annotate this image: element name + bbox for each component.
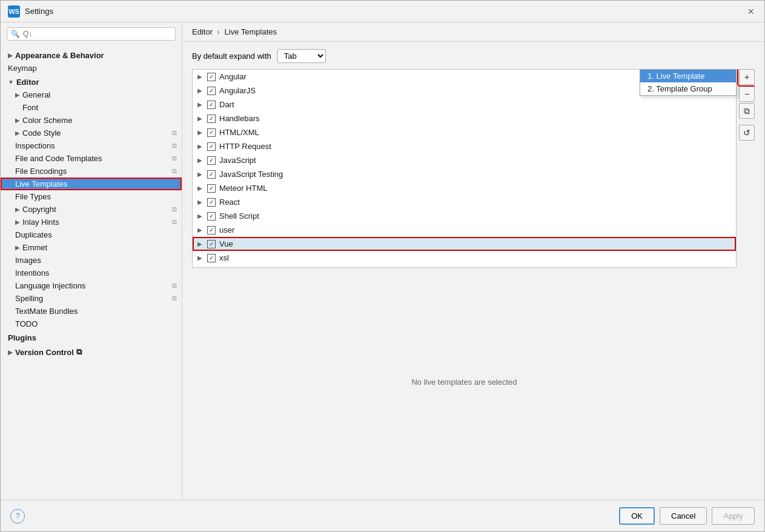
- sidebar-item-images[interactable]: Images: [1, 254, 182, 267]
- sidebar-item-plugins[interactable]: Plugins: [1, 330, 182, 344]
- sidebar-item-textmate-bundles[interactable]: TextMate Bundles: [1, 305, 182, 318]
- list-item[interactable]: ▶ ✓ React: [193, 195, 736, 209]
- chevron-right-icon: ▶: [197, 185, 202, 191]
- list-item[interactable]: ▶ ✓ Handlebars: [193, 111, 736, 125]
- settings-window: WS Settings ✕ 🔍 ▶ Appearance & Behavior …: [0, 0, 765, 532]
- list-item-vue[interactable]: ▶ ✓ Vue: [193, 237, 736, 251]
- sidebar-item-color-scheme[interactable]: ▶ Color Scheme: [1, 114, 182, 127]
- sidebar-item-intentions[interactable]: Intentions: [1, 267, 182, 279]
- list-item[interactable]: ▶ ✓ Shell Script: [193, 209, 736, 223]
- checkbox-xsl[interactable]: ✓: [207, 254, 216, 262]
- checkbox-handlebars[interactable]: ✓: [207, 115, 216, 123]
- checkbox-http-request[interactable]: ✓: [207, 142, 216, 151]
- titlebar-left: WS Settings: [8, 5, 53, 18]
- sidebar-item-file-encodings[interactable]: File Encodings ⧉: [1, 165, 182, 178]
- list-item[interactable]: ▶ ✓ Zen CSS: [193, 265, 736, 268]
- item-label: Handlebars: [219, 114, 260, 123]
- checkbox-angularjs[interactable]: ✓: [207, 87, 216, 95]
- list-item[interactable]: ▶ ✓ JavaScript: [193, 153, 736, 167]
- checkbox-react[interactable]: ✓: [207, 198, 216, 207]
- sidebar-item-label: Version Control: [15, 348, 74, 357]
- expand-with-select[interactable]: Tab Enter Space: [277, 49, 326, 63]
- sidebar-item-label: Inspections: [15, 141, 55, 150]
- search-box[interactable]: 🔍: [7, 27, 176, 41]
- list-item[interactable]: ▶ ✓ Meteor HTML: [193, 181, 736, 195]
- copy-icon: ⧉: [172, 294, 177, 302]
- footer-buttons: OK Cancel Apply: [619, 507, 755, 525]
- ok-button[interactable]: OK: [619, 507, 655, 525]
- checkbox-shell-script[interactable]: ✓: [207, 212, 216, 221]
- side-buttons: + 1. Live Template 2. Template Group − ⧉…: [739, 69, 755, 141]
- add-button[interactable]: +: [739, 69, 755, 85]
- chevron-right-icon: ▶: [197, 73, 202, 80]
- add-dropdown: 1. Live Template 2. Template Group: [640, 69, 737, 96]
- list-item[interactable]: ▶ ✓ Dart: [193, 98, 736, 111]
- sidebar-item-todo[interactable]: TODO: [1, 318, 182, 330]
- panel-area: By default expand with Tab Enter Space: [182, 42, 764, 500]
- checkbox-html-xml[interactable]: ✓: [207, 128, 216, 137]
- breadcrumb-live-templates: Live Templates: [225, 27, 277, 36]
- chevron-right-icon: ▶: [197, 199, 202, 205]
- sidebar-item-label: Inlay Hints: [22, 218, 59, 227]
- list-item[interactable]: ▶ ✓ HTML/XML: [193, 125, 736, 139]
- checkbox-vue[interactable]: ✓: [207, 240, 216, 248]
- item-label: HTML/XML: [219, 128, 259, 137]
- sidebar-item-live-templates[interactable]: Live Templates: [1, 178, 182, 190]
- sidebar-tree: ▶ Appearance & Behavior Keymap ▼ Editor …: [1, 45, 182, 500]
- sidebar-item-file-types[interactable]: File Types: [1, 190, 182, 203]
- chevron-right-icon: ▶: [15, 117, 20, 124]
- copy-icon: ⧉: [172, 155, 177, 162]
- item-label: xsl: [219, 253, 229, 262]
- checkbox-javascript[interactable]: ✓: [207, 156, 216, 165]
- checkbox-angular[interactable]: ✓: [207, 73, 216, 81]
- sidebar-item-label: File Encodings: [15, 167, 67, 176]
- checkbox-meteor-html[interactable]: ✓: [207, 184, 216, 193]
- copy-icon: ⧉: [76, 347, 82, 357]
- sidebar-item-language-injections[interactable]: Language Injections ⧉: [1, 279, 182, 292]
- copy-icon: ⧉: [172, 218, 177, 226]
- sidebar-item-emmet[interactable]: ▶ Emmet: [1, 241, 182, 254]
- panel-body: ▶ ✓ Angular ▶ ✓ AngularJS ▶: [192, 69, 755, 493]
- sidebar-item-copyright[interactable]: ▶ Copyright ⧉: [1, 203, 182, 216]
- checkbox-dart[interactable]: ✓: [207, 101, 216, 109]
- sidebar-item-version-control[interactable]: ▶ Version Control ⧉: [1, 344, 182, 359]
- sidebar-item-appearance[interactable]: ▶ Appearance & Behavior: [1, 48, 182, 62]
- search-input[interactable]: [23, 30, 171, 38]
- list-item[interactable]: ▶ ✓ xsl: [193, 251, 736, 265]
- detail-panel: No live templates are selected: [192, 271, 737, 493]
- chevron-right-icon: ▶: [8, 52, 13, 59]
- sidebar-item-spelling[interactable]: Spelling ⧉: [1, 292, 182, 305]
- help-button[interactable]: ?: [10, 509, 25, 524]
- remove-button[interactable]: −: [739, 86, 755, 102]
- copy-button[interactable]: ⧉: [739, 103, 755, 119]
- sidebar-item-keymap[interactable]: Keymap: [1, 62, 182, 75]
- sidebar-item-duplicates[interactable]: Duplicates: [1, 228, 182, 241]
- chevron-right-icon: ▶: [197, 143, 202, 150]
- sidebar-item-code-style[interactable]: ▶ Code Style ⧉: [1, 127, 182, 139]
- sidebar-item-label: Emmet: [22, 243, 47, 252]
- checkbox-user[interactable]: ✓: [207, 226, 216, 234]
- sidebar-item-file-and-code-templates[interactable]: File and Code Templates ⧉: [1, 152, 182, 165]
- list-item[interactable]: ▶ ✓ HTTP Request: [193, 139, 736, 153]
- checkbox-javascript-testing[interactable]: ✓: [207, 170, 216, 179]
- dropdown-item-template-group[interactable]: 2. Template Group: [640, 82, 736, 95]
- sidebar-item-general[interactable]: ▶ General: [1, 88, 182, 101]
- sidebar-item-font[interactable]: Font: [1, 101, 182, 114]
- list-item[interactable]: ▶ ✓ user: [193, 223, 736, 237]
- sidebar-item-inspections[interactable]: Inspections ⧉: [1, 139, 182, 152]
- chevron-right-icon: ▶: [197, 171, 202, 178]
- sidebar-item-inlay-hints[interactable]: ▶ Inlay Hints ⧉: [1, 216, 182, 228]
- sidebar-item-editor[interactable]: ▼ Editor: [1, 75, 182, 88]
- undo-button[interactable]: ↺: [739, 125, 755, 141]
- list-item[interactable]: ▶ ✓ JavaScript Testing: [193, 167, 736, 181]
- dropdown-item-live-template[interactable]: 1. Live Template: [640, 70, 736, 82]
- cancel-button[interactable]: Cancel: [660, 507, 707, 525]
- sidebar-item-label: TextMate Bundles: [15, 307, 78, 316]
- close-button[interactable]: ✕: [745, 5, 757, 18]
- chevron-down-icon: ▼: [8, 79, 14, 85]
- breadcrumb-editor: Editor: [192, 27, 213, 36]
- item-label: HTTP Request: [219, 142, 271, 151]
- item-label: AngularJS: [219, 86, 256, 95]
- sidebar-item-label: Color Scheme: [22, 116, 72, 125]
- apply-button[interactable]: Apply: [712, 507, 755, 525]
